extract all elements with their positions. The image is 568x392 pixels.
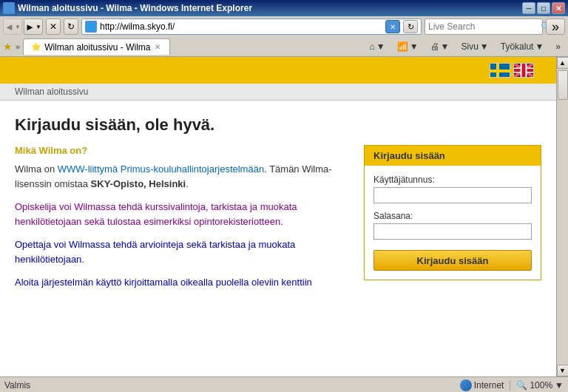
password-label: Salasana: bbox=[373, 211, 532, 221]
scroll-thumb[interactable] bbox=[558, 70, 568, 100]
live-search-input[interactable] bbox=[428, 21, 539, 32]
stop-loading-button[interactable]: ✕ bbox=[385, 20, 400, 33]
tab-close-icon[interactable]: ✕ bbox=[153, 42, 162, 52]
feeds-icon: 📶 bbox=[397, 41, 408, 52]
yellow-bar bbox=[0, 57, 556, 84]
print-icon: 🖨 bbox=[430, 41, 439, 52]
address-bar[interactable]: 🌐 ✕ ↻ bbox=[81, 18, 422, 35]
nav-buttons-group: ◄ ▼ ► ▼ bbox=[3, 18, 43, 35]
left-column: Mikä Wilma on? Wilma on WWW-liittymä Pri… bbox=[15, 145, 349, 299]
content-area: Wilman aloitussivu Kirjaudu sisään, ole … bbox=[0, 57, 556, 376]
stop-icon: ✕ bbox=[50, 21, 57, 32]
favorites-arrows-icon[interactable]: » bbox=[16, 42, 20, 51]
window-title: Wilman aloitussivu - Wilma - Windows Int… bbox=[18, 3, 522, 13]
more-tools-button[interactable]: » bbox=[551, 40, 565, 53]
toolbar-row1: ◄ ▼ ► ▼ ✕ ↻ 🌐 ✕ ↻ 🔍 bbox=[0, 16, 568, 37]
para3: Opettaja voi Wilmassa tehdä arviointeja … bbox=[15, 237, 349, 266]
search-go-button[interactable]: » bbox=[546, 18, 565, 35]
status-ready-text: Valmis bbox=[4, 380, 460, 391]
zone-indicator: Internet bbox=[460, 379, 504, 391]
reload-button[interactable]: ↻ bbox=[403, 20, 418, 33]
refresh-icon: ↻ bbox=[67, 21, 75, 32]
page-title: Kirjaudu sisään, ole hyvä. bbox=[15, 115, 541, 135]
para1: Wilma on WWW-liittymä Primus-kouluhallin… bbox=[15, 162, 349, 191]
globe-icon bbox=[460, 379, 472, 391]
stop-button[interactable]: ✕ bbox=[46, 18, 61, 35]
status-bar: Valmis Internet 🔍 100% ▼ bbox=[0, 376, 568, 392]
login-box-header: Kirjaudu sisään bbox=[365, 146, 541, 166]
scroll-down-button[interactable]: ▼ bbox=[557, 365, 569, 376]
login-box-body: Käyttäjätunnus: Salasana: Kirjaudu sisää… bbox=[365, 166, 541, 280]
live-search-box[interactable]: 🔍 bbox=[425, 18, 543, 35]
home-dropdown-icon: ▼ bbox=[376, 41, 385, 52]
back-dropdown-icon: ▼ bbox=[15, 24, 21, 30]
more-icon: » bbox=[555, 41, 561, 52]
page-menu-button[interactable]: Sivu ▼ bbox=[456, 40, 493, 53]
favorites-bar: ★ » ⭐ Wilman aloitussivu - Wilma ✕ ⌂ ▼ 📶… bbox=[0, 37, 568, 56]
search-go-icon: » bbox=[552, 19, 559, 35]
refresh-button[interactable]: ↻ bbox=[64, 18, 78, 35]
address-page-icon: 🌐 bbox=[85, 21, 97, 33]
back-button[interactable]: ◄ ▼ bbox=[3, 18, 22, 35]
login-submit-button[interactable]: Kirjaudu sisään bbox=[373, 250, 532, 271]
zoom-control[interactable]: 🔍 100% ▼ bbox=[516, 380, 564, 391]
home-button[interactable]: ⌂ ▼ bbox=[365, 40, 390, 53]
username-input[interactable] bbox=[373, 187, 532, 203]
maximize-button[interactable]: □ bbox=[537, 2, 550, 14]
feeds-dropdown-icon: ▼ bbox=[410, 41, 419, 52]
toolbar-area: ◄ ▼ ► ▼ ✕ ↻ 🌐 ✕ ↻ 🔍 bbox=[0, 16, 568, 57]
toolbar-right-group: ⌂ ▼ 📶 ▼ 🖨 ▼ Sivu ▼ Työkalut ▼ » bbox=[365, 40, 565, 53]
favorites-star-icon[interactable]: ★ bbox=[3, 41, 13, 53]
zoom-icon: 🔍 bbox=[516, 380, 527, 391]
browser-main: Wilman aloitussivu Kirjaudu sisään, ole … bbox=[0, 57, 568, 376]
two-column-layout: Mikä Wilma on? Wilma on WWW-liittymä Pri… bbox=[15, 145, 541, 299]
reload-icon: ↻ bbox=[408, 22, 414, 32]
forward-dropdown-icon: ▼ bbox=[36, 24, 41, 30]
vertical-scrollbar: ▲ ▼ bbox=[556, 57, 568, 376]
tab-page-icon: ⭐ bbox=[31, 42, 41, 52]
login-box: Kirjaudu sisään Käyttäjätunnus: Salasana… bbox=[364, 145, 541, 280]
minimize-button[interactable]: ─ bbox=[522, 2, 535, 14]
print-dropdown-icon: ▼ bbox=[441, 41, 450, 52]
close-button[interactable]: ✕ bbox=[552, 2, 565, 14]
language-flags bbox=[490, 63, 534, 78]
para2: Opiskelija voi Wilmassa tehdä kurssivali… bbox=[15, 200, 349, 229]
print-button[interactable]: 🖨 ▼ bbox=[426, 40, 454, 53]
window-titlebar: Wilman aloitussivu - Wilma - Windows Int… bbox=[0, 0, 568, 16]
page-menu-label: Sivu bbox=[461, 41, 478, 52]
tools-dropdown-icon: ▼ bbox=[535, 41, 544, 52]
para4: Aloita järjestelmän käyttö kirjoittamall… bbox=[15, 275, 349, 290]
forward-arrow-icon: ► bbox=[25, 21, 35, 33]
feeds-button[interactable]: 📶 ▼ bbox=[393, 40, 423, 53]
scroll-up-button[interactable]: ▲ bbox=[557, 57, 569, 69]
zoom-text: 100% bbox=[530, 380, 552, 391]
tools-menu-label: Työkalut bbox=[501, 41, 534, 52]
app-icon bbox=[3, 2, 15, 14]
window-controls: ─ □ ✕ bbox=[522, 2, 565, 14]
zone-text: Internet bbox=[474, 380, 504, 391]
forward-button[interactable]: ► ▼ bbox=[24, 18, 43, 35]
breadcrumb-label: Wilman aloitussivu bbox=[15, 87, 88, 97]
username-label: Käyttäjätunnus: bbox=[373, 175, 532, 185]
x-icon: ✕ bbox=[390, 23, 396, 31]
status-divider bbox=[510, 380, 510, 391]
browser-tab-active[interactable]: ⭐ Wilman aloitussivu - Wilma ✕ bbox=[23, 38, 170, 55]
zoom-dropdown-icon: ▼ bbox=[555, 380, 564, 391]
tab-label: Wilman aloitussivu - Wilma bbox=[44, 42, 150, 53]
tools-menu-button[interactable]: Työkalut ▼ bbox=[496, 40, 549, 53]
status-right-group: Internet 🔍 100% ▼ bbox=[460, 379, 564, 391]
password-input[interactable] bbox=[373, 223, 532, 240]
breadcrumb: Wilman aloitussivu bbox=[0, 84, 556, 101]
english-flag[interactable] bbox=[513, 63, 534, 78]
what-wilma-heading: Mikä Wilma on? bbox=[15, 145, 349, 156]
right-column: Kirjaudu sisään Käyttäjätunnus: Salasana… bbox=[364, 145, 541, 280]
school-name: SKY-Opisto, Helsinki bbox=[91, 178, 186, 189]
home-icon: ⌂ bbox=[370, 41, 375, 52]
address-input[interactable] bbox=[100, 21, 382, 32]
page-content: Kirjaudu sisään, ole hyvä. Mikä Wilma on… bbox=[0, 101, 556, 306]
primus-link[interactable]: WWW-liittymä Primus-kouluhallintojarjest… bbox=[58, 163, 264, 175]
back-arrow-icon: ◄ bbox=[4, 21, 14, 33]
swedish-flag[interactable] bbox=[490, 63, 510, 78]
page-dropdown-icon: ▼ bbox=[480, 41, 489, 52]
